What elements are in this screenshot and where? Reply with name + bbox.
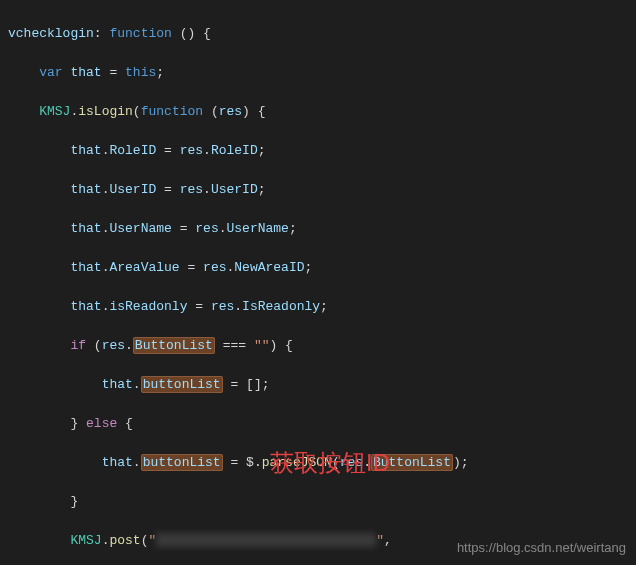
keyword: function [109, 26, 171, 41]
search-highlight: buttonList [141, 376, 223, 393]
keyword: if [70, 338, 86, 353]
property: isReadonly [109, 299, 187, 314]
property: AreaValue [109, 260, 179, 275]
identifier: that [70, 182, 101, 197]
keyword: this [125, 65, 156, 80]
code-line: var that = this; [0, 63, 636, 83]
code-line: that.RoleID = res.RoleID; [0, 141, 636, 161]
search-highlight: ButtonList [133, 337, 215, 354]
property: UserName [227, 221, 289, 236]
param: res [219, 104, 242, 119]
code-line: KMSJ.post("", [0, 531, 636, 551]
property: UserName [109, 221, 171, 236]
method: post [109, 533, 140, 548]
identifier: res [211, 299, 234, 314]
code-editor[interactable]: vchecklogin: function () { var that = th… [0, 0, 636, 565]
code-line: that.UserID = res.UserID; [0, 180, 636, 200]
identifier: res [180, 143, 203, 158]
code-line: vchecklogin: function () { [0, 24, 636, 44]
code-line: that.AreaValue = res.NewAreaID; [0, 258, 636, 278]
identifier: res [203, 260, 226, 275]
code-line: if (res.ButtonList === "") { [0, 336, 636, 356]
method: isLogin [78, 104, 133, 119]
property: RoleID [109, 143, 156, 158]
property: UserID [109, 182, 156, 197]
identifier: KMSJ [39, 104, 70, 119]
identifier: that [70, 299, 101, 314]
identifier: res [102, 338, 125, 353]
keyword: var [39, 65, 62, 80]
property: IsReadonly [242, 299, 320, 314]
property: NewAreaID [234, 260, 304, 275]
identifier: that [70, 143, 101, 158]
property: RoleID [211, 143, 258, 158]
identifier: that [70, 221, 101, 236]
code-line: KMSJ.isLogin(function (res) { [0, 102, 636, 122]
code-line: that.isReadonly = res.IsReadonly; [0, 297, 636, 317]
identifier: that [102, 377, 133, 392]
property: UserID [211, 182, 258, 197]
identifier: that [102, 455, 133, 470]
identifier: res [340, 455, 363, 470]
code-line: that.UserName = res.UserName; [0, 219, 636, 239]
code-line: that.buttonList = $.parseJSON(res.Button… [0, 453, 636, 473]
keyword: else [86, 416, 117, 431]
code-line: that.buttonList = []; [0, 375, 636, 395]
code-line: } else { [0, 414, 636, 434]
identifier: vchecklogin [8, 26, 94, 41]
search-highlight: buttonList [141, 454, 223, 471]
search-highlight: ButtonList [371, 454, 453, 471]
string: "" [254, 338, 270, 353]
identifier: that [70, 65, 101, 80]
identifier: that [70, 260, 101, 275]
keyword: function [141, 104, 203, 119]
identifier: KMSJ [70, 533, 101, 548]
code-line: } [0, 492, 636, 512]
identifier: res [180, 182, 203, 197]
method: parseJSON [262, 455, 332, 470]
identifier: res [195, 221, 218, 236]
